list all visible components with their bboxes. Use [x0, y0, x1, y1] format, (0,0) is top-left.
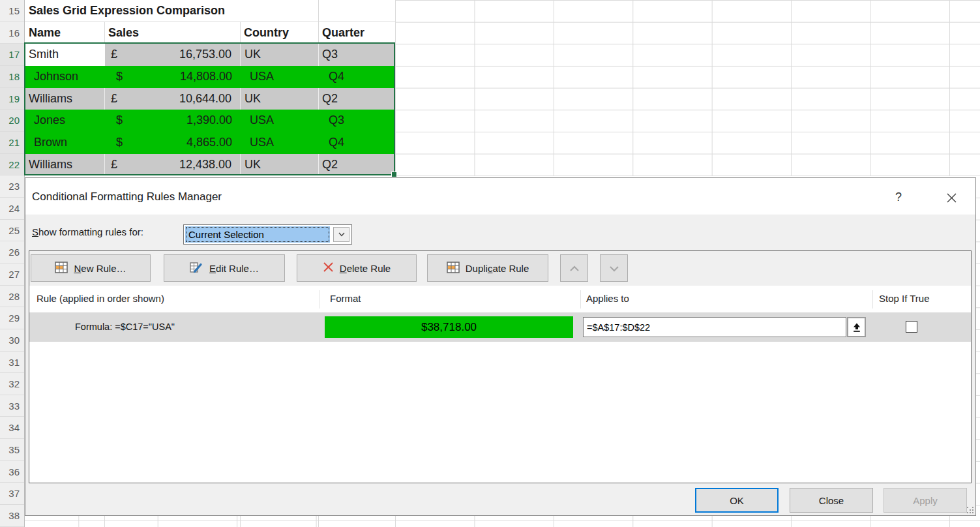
- ok-button[interactable]: OK: [695, 488, 779, 513]
- gridlines-right-edge: [976, 177, 980, 527]
- cell-country[interactable]: USA: [241, 132, 319, 154]
- close-icon[interactable]: [942, 189, 961, 206]
- collapse-dialog-icon[interactable]: [847, 317, 866, 337]
- header-stop-if-true: Stop If True: [879, 293, 930, 304]
- currency-symbol: $: [116, 66, 123, 88]
- move-rule-down-button[interactable]: [600, 254, 628, 282]
- gridline: [318, 516, 319, 527]
- show-rules-label: Show formatting rules for:: [32, 226, 143, 237]
- row-header-22[interactable]: 22: [0, 154, 24, 176]
- cell-name[interactable]: Johnson: [25, 66, 105, 88]
- col-header-country[interactable]: Country: [241, 22, 319, 44]
- col-header-quarter[interactable]: Quarter: [319, 22, 395, 44]
- row-header-26[interactable]: 26: [0, 241, 24, 264]
- row-header-36[interactable]: 36: [0, 461, 24, 483]
- cell-name[interactable]: Williams: [25, 88, 105, 110]
- col-header-sales[interactable]: Sales: [105, 22, 241, 44]
- cell-country[interactable]: USA: [241, 110, 319, 132]
- row-header-37[interactable]: 37: [0, 483, 24, 505]
- header-applies-to: Applies to: [586, 293, 629, 304]
- cell-sales[interactable]: $1,390.00: [105, 110, 241, 132]
- stop-if-true-checkbox[interactable]: [906, 321, 917, 333]
- gridline: [104, 516, 105, 527]
- chevron-down-icon: [609, 263, 619, 274]
- currency-symbol: £: [111, 88, 117, 110]
- table-row-18: Johnson $14,808.00 USA Q4: [25, 66, 395, 88]
- cell-sales[interactable]: $4,865.00: [105, 132, 241, 154]
- dialog-titlebar[interactable]: Conditional Formatting Rules Manager ?: [25, 178, 975, 215]
- cell-quarter[interactable]: Q4: [319, 66, 395, 88]
- duplicate-grid-icon: [447, 262, 460, 275]
- show-rules-dropdown[interactable]: Current Selection: [183, 224, 352, 245]
- cell-country[interactable]: UK: [241, 44, 319, 66]
- cell-sales[interactable]: £10,644.00: [105, 88, 241, 110]
- duplicate-rule-button[interactable]: Duplicate Rule: [427, 254, 548, 282]
- cell-quarter[interactable]: Q4: [319, 132, 395, 154]
- delete-x-icon: [323, 262, 334, 275]
- cell-quarter[interactable]: Q3: [319, 110, 395, 132]
- cell-quarter[interactable]: Q2: [319, 154, 395, 176]
- cell-sales[interactable]: £12,438.00: [105, 154, 241, 176]
- column-separator: [580, 290, 581, 309]
- delete-rule-button[interactable]: Delete Rule: [297, 254, 417, 282]
- cell-country[interactable]: USA: [241, 66, 319, 88]
- edit-rule-button[interactable]: Edit Rule…: [164, 254, 285, 282]
- cell-country[interactable]: UK: [241, 154, 319, 176]
- row-header-18[interactable]: 18: [0, 66, 24, 88]
- rule-list-item[interactable]: Formula: =$C17="USA" $38,718.00: [29, 312, 971, 342]
- row-header-16[interactable]: 16: [0, 22, 24, 44]
- excel-window: 1516171819202122232425262728293031323334…: [0, 0, 980, 527]
- currency-symbol: £: [111, 44, 117, 66]
- move-rule-up-button[interactable]: [560, 254, 588, 282]
- sheet-title-cell[interactable]: Sales Grid Expression Comparison: [29, 0, 225, 22]
- row-header-23[interactable]: 23: [0, 175, 24, 198]
- row-header-32[interactable]: 32: [0, 373, 24, 395]
- apply-button[interactable]: Apply: [883, 488, 967, 513]
- cell-sales[interactable]: £16,753.00: [105, 44, 241, 66]
- row-header-17[interactable]: 17: [0, 44, 24, 66]
- row-header-19[interactable]: 19: [0, 88, 24, 110]
- applies-to-input[interactable]: [583, 317, 846, 337]
- currency-symbol: £: [111, 154, 117, 176]
- row-header-30[interactable]: 30: [0, 329, 24, 352]
- cell-name[interactable]: Jones: [25, 110, 105, 132]
- resize-grip[interactable]: [967, 507, 975, 515]
- help-icon[interactable]: ?: [890, 189, 907, 206]
- header-rule: Rule (applied in order shown): [37, 293, 164, 304]
- cell-name[interactable]: Williams: [25, 154, 105, 176]
- table-row-20: Jones $1,390.00 USA Q3: [25, 110, 395, 132]
- row-header-38[interactable]: 38: [0, 505, 24, 527]
- cell-quarter[interactable]: Q3: [319, 44, 395, 66]
- cell-name[interactable]: Smith: [25, 44, 105, 66]
- row-header-15[interactable]: 15: [0, 0, 24, 22]
- row-header-34[interactable]: 34: [0, 417, 24, 439]
- row-header-21[interactable]: 21: [0, 132, 24, 154]
- col-header-name[interactable]: Name: [25, 22, 105, 44]
- cell-sales[interactable]: $14,808.00: [105, 66, 241, 88]
- row-header-25[interactable]: 25: [0, 220, 24, 242]
- new-rule-grid-icon: [55, 262, 68, 275]
- row-header-column: 1516171819202122232425262728293031323334…: [0, 0, 25, 527]
- row-header-35[interactable]: 35: [0, 439, 24, 461]
- amount: 12,438.00: [105, 154, 240, 176]
- chevron-up-icon: [569, 263, 580, 274]
- row-header-33[interactable]: 33: [0, 395, 24, 417]
- amount: 10,644.00: [105, 88, 240, 110]
- data-rows: Smith £16,753.00 UK Q3 Johnson $14,808.0…: [25, 44, 395, 175]
- row-header-20[interactable]: 20: [0, 110, 24, 132]
- cell-name[interactable]: Brown: [25, 132, 105, 154]
- cell-country[interactable]: UK: [241, 88, 319, 110]
- row-header-29[interactable]: 29: [0, 307, 24, 329]
- amount: 16,753.00: [105, 44, 240, 66]
- column-separator: [872, 290, 873, 309]
- dropdown-selected-value: Current Selection: [185, 226, 330, 243]
- row-header-24[interactable]: 24: [0, 198, 24, 220]
- new-rule-button[interactable]: New Rule…: [31, 254, 151, 282]
- chevron-down-icon[interactable]: [333, 227, 349, 242]
- cell-quarter[interactable]: Q2: [319, 88, 395, 110]
- row-header-28[interactable]: 28: [0, 286, 24, 308]
- row-header-31[interactable]: 31: [0, 352, 24, 374]
- rules-list-frame: New Rule… Edit Rule… Delete Rule Duplica…: [29, 250, 972, 483]
- close-button[interactable]: Close: [790, 488, 873, 513]
- row-header-27[interactable]: 27: [0, 264, 24, 286]
